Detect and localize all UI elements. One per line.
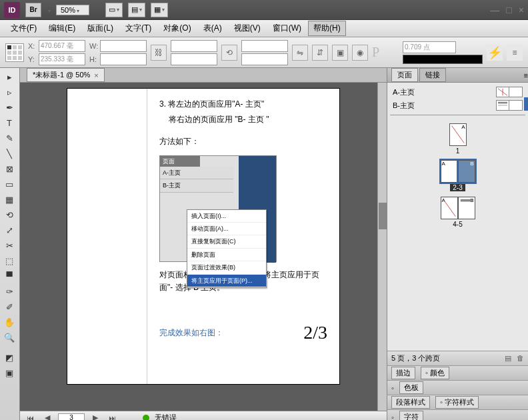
page-thumb-4-5[interactable]: A B 4-5 <box>441 197 475 228</box>
rectangle-frame-tool[interactable]: ⊠ <box>1 161 17 176</box>
pages-panel-tabs: 页面 链接 ≡ <box>387 68 528 83</box>
page-left[interactable] <box>67 89 147 384</box>
rectangle-tool[interactable]: ▭ <box>1 177 17 191</box>
zoom-select[interactable]: 50% <box>56 5 89 15</box>
tab-swatches[interactable]: 色板 <box>399 381 423 394</box>
stroke-weight-input[interactable]: 0.709 点 <box>403 41 456 53</box>
tab-links[interactable]: 链接 <box>419 68 446 82</box>
rotate-tool[interactable]: ⟲ <box>1 207 17 222</box>
master-b-label: B-主页 <box>393 101 415 111</box>
maximize-button[interactable]: □ <box>506 5 511 15</box>
tab-color[interactable]: ◦ 颜色 <box>421 367 449 379</box>
flip-v-icon[interactable]: ⇵ <box>312 45 328 61</box>
page-right[interactable]: 3. 将左边的页面应用"A- 主页" 将右边的页面应用 "B- 主页 " 方法如… <box>147 89 339 384</box>
canvas[interactable]: 3. 将左边的页面应用"A- 主页" 将右边的页面应用 "B- 主页 " 方法如… <box>20 83 387 411</box>
tab-para-style[interactable]: 段落样式 <box>391 396 430 409</box>
eyedropper-tool[interactable]: ✐ <box>1 299 17 314</box>
x-input[interactable]: 470.667 毫 <box>39 40 85 52</box>
document-tab-close[interactable]: × <box>94 71 98 79</box>
vertical-scrollbar[interactable] <box>377 83 387 411</box>
page-thumb-2-3[interactable]: A B 2-3 <box>441 160 475 191</box>
page-thumb-1[interactable]: A 1 <box>449 123 467 155</box>
document-tab-title: *未标题-1 @ 50% <box>33 70 90 80</box>
master-a-row[interactable]: A-主页 <box>390 85 525 99</box>
pages-panel-footer: 5 页，3 个跨页 ▤🗑 <box>387 351 528 365</box>
menu-layout[interactable]: 版面(L) <box>82 21 119 36</box>
arrange-button[interactable]: ▤ <box>128 3 145 17</box>
bridge-button[interactable]: Br <box>25 3 41 17</box>
new-page-icon[interactable]: ▤ <box>505 354 511 363</box>
master-b-row[interactable]: B-主页 <box>390 99 525 112</box>
document-tab[interactable]: *未标题-1 @ 50% × <box>27 68 105 82</box>
spread: 3. 将左边的页面应用"A- 主页" 将右边的页面应用 "B- 主页 " 方法如… <box>67 88 340 385</box>
stroke-color-panel[interactable]: 描边 ◦ 颜色 <box>387 365 528 380</box>
panel-menu-icon[interactable]: ≡ <box>524 71 528 79</box>
bridge-dropdown[interactable] <box>47 6 51 14</box>
pencil-tool[interactable]: ✎ <box>1 131 17 145</box>
prev-page-button[interactable]: ◀ <box>42 413 53 420</box>
scale-tool[interactable]: ⤢ <box>1 223 17 237</box>
free-transform-tool[interactable]: ⬚ <box>1 253 17 268</box>
next-page-button[interactable]: ▶ <box>90 413 101 420</box>
titlebar: ID Br 50% ▭ ▤ ▦ — □ × <box>0 0 528 20</box>
tab-character[interactable]: 字符 <box>399 411 423 420</box>
direct-selection-tool[interactable]: ▹ <box>1 85 17 99</box>
tab-pages[interactable]: 页面 <box>391 68 418 82</box>
scale-y-input[interactable] <box>171 53 217 65</box>
pages-panel: A-主页 B-主页 A 1 A B 2-3 <box>387 83 528 351</box>
view-mode-toggle[interactable]: ▣ <box>1 365 17 380</box>
pen-tool[interactable]: ✒ <box>1 100 17 115</box>
scissors-tool[interactable]: ✂ <box>1 238 17 253</box>
screen-mode-button[interactable]: ▭ <box>105 3 123 17</box>
select-content-icon[interactable]: ◉ <box>352 45 368 61</box>
window-controls: — □ × <box>490 5 524 15</box>
quick-apply-icon[interactable]: ⚡ <box>487 45 503 61</box>
menu-type[interactable]: 文字(T) <box>120 21 157 36</box>
tab-stroke[interactable]: 描边 <box>391 367 415 379</box>
minimize-button[interactable]: — <box>490 5 499 15</box>
menu-file[interactable]: 文件(F) <box>5 21 42 36</box>
rotate-icon[interactable]: ⟲ <box>221 45 237 61</box>
shear-input[interactable] <box>241 53 288 65</box>
y-input[interactable]: 235.333 毫 <box>39 53 85 65</box>
tab-char-style[interactable]: ◦ 字符样式 <box>435 396 479 409</box>
svg-rect-1 <box>498 105 507 106</box>
menu-window[interactable]: 窗口(W) <box>267 21 307 36</box>
h-input[interactable] <box>100 53 147 65</box>
table-tool[interactable]: ▦ <box>1 192 17 207</box>
select-container-icon[interactable]: ▣ <box>332 45 348 61</box>
last-page-button[interactable]: ⏭ <box>106 414 119 421</box>
rotate-input[interactable] <box>241 40 288 52</box>
close-button[interactable]: × <box>519 5 524 15</box>
note-tool[interactable]: ✑ <box>1 284 17 299</box>
page-number-field[interactable] <box>58 413 85 421</box>
reference-point[interactable] <box>5 43 24 62</box>
fill-swatch[interactable] <box>403 55 483 64</box>
zoom-tool[interactable]: 🔍 <box>1 330 17 345</box>
scale-x-input[interactable] <box>171 40 217 52</box>
styles-panel[interactable]: 段落样式 ◦ 字符样式 <box>387 395 528 409</box>
swatches-panel[interactable]: ◦色板 <box>387 380 528 395</box>
workspace-button[interactable]: ▦ <box>151 3 168 17</box>
selection-tool[interactable]: ▸ <box>1 69 17 84</box>
menu-help[interactable]: 帮助(H) <box>308 21 346 36</box>
menu-object[interactable]: 对象(O) <box>158 21 196 36</box>
gradient-tool[interactable]: ▀ <box>1 269 17 283</box>
first-page-button[interactable]: ⏮ <box>24 414 37 421</box>
menu-view[interactable]: 视图(V) <box>229 21 266 36</box>
line-tool[interactable]: ╲ <box>1 146 17 161</box>
constrain-icon[interactable]: ⛓ <box>151 45 167 61</box>
panel-menu-icon[interactable]: ≡ <box>507 45 523 61</box>
preflight-status-icon <box>143 415 149 421</box>
w-input[interactable] <box>100 40 147 52</box>
menu-table[interactable]: 表(A) <box>198 21 227 36</box>
hand-tool[interactable]: ✋ <box>1 315 17 329</box>
list-number: 3. <box>159 99 166 109</box>
fill-stroke-swap[interactable]: ◩ <box>1 350 17 365</box>
flip-h-icon[interactable]: ⇋ <box>292 45 308 61</box>
character-panel[interactable]: ◦字符 <box>387 409 528 420</box>
type-tool[interactable]: T <box>1 115 17 130</box>
instruction-line2: 将右边的页面应用 "B- 主页 " <box>169 113 327 126</box>
delete-page-icon[interactable]: 🗑 <box>517 354 524 363</box>
menu-edit[interactable]: 编辑(E) <box>43 21 81 36</box>
